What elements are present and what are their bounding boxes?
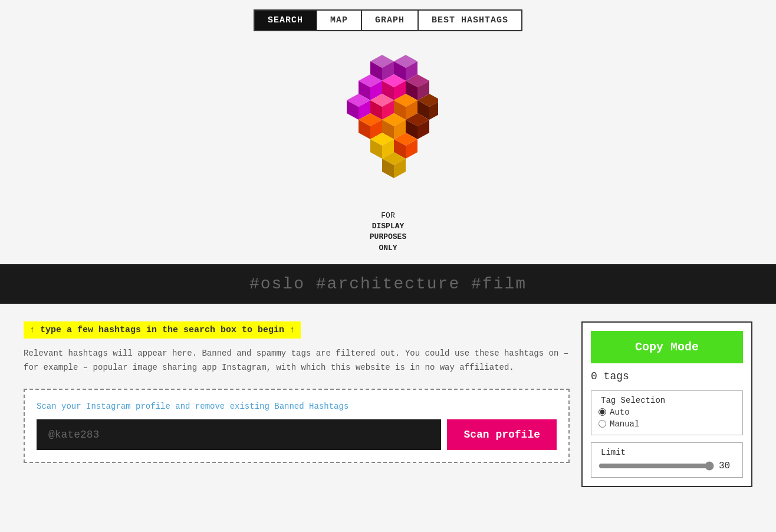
tab-map[interactable]: MAP bbox=[317, 9, 362, 31]
limit-slider[interactable] bbox=[599, 461, 714, 471]
tab-search[interactable]: SEARCH bbox=[254, 9, 317, 31]
tag-selection-legend: Tag Selection bbox=[599, 396, 735, 405]
logo-area: FOR DISPLAY PURPOSES ONLY bbox=[0, 43, 776, 254]
radio-manual-label[interactable]: Manual bbox=[599, 419, 735, 429]
logo-svg bbox=[338, 43, 438, 208]
search-bar-container bbox=[0, 264, 776, 304]
profile-input[interactable] bbox=[37, 419, 441, 450]
tab-best-hashtags[interactable]: BEST HASHTAGS bbox=[419, 9, 522, 31]
radio-manual-text: Manual bbox=[610, 419, 639, 429]
limit-value: 30 bbox=[719, 461, 735, 471]
tag-selection-box: Tag Selection Auto Manual bbox=[591, 390, 743, 435]
radio-auto-label[interactable]: Auto bbox=[599, 408, 735, 417]
tags-count: 0 tags bbox=[591, 370, 743, 382]
tab-graph[interactable]: GRAPH bbox=[362, 9, 419, 31]
right-panel: Copy Mode 0 tags Tag Selection Auto Manu… bbox=[581, 321, 752, 487]
scan-profile-button[interactable]: Scan profile bbox=[447, 419, 557, 450]
nav-bar: SEARCH MAP GRAPH BEST HASHTAGS bbox=[0, 0, 776, 31]
limit-row: 30 bbox=[599, 461, 735, 471]
description-text: Relevant hashtags will appear here. Bann… bbox=[24, 347, 570, 375]
scan-row: Scan profile bbox=[37, 419, 557, 450]
radio-auto[interactable] bbox=[599, 408, 606, 416]
scan-box: Scan your Instagram profile and remove e… bbox=[24, 389, 570, 463]
logo-tagline: FOR DISPLAY PURPOSES ONLY bbox=[370, 211, 406, 254]
main-content: ↑ type a few hashtags in the search box … bbox=[0, 304, 776, 499]
left-panel: ↑ type a few hashtags in the search box … bbox=[24, 321, 570, 487]
scan-description: Scan your Instagram profile and remove e… bbox=[37, 402, 557, 411]
limit-box: Limit 30 bbox=[591, 442, 743, 478]
search-input[interactable] bbox=[24, 275, 752, 293]
hint-box: ↑ type a few hashtags in the search box … bbox=[24, 321, 301, 339]
radio-manual[interactable] bbox=[599, 420, 606, 428]
radio-auto-text: Auto bbox=[610, 408, 630, 417]
copy-mode-button[interactable]: Copy Mode bbox=[591, 331, 743, 363]
limit-legend: Limit bbox=[599, 448, 735, 457]
